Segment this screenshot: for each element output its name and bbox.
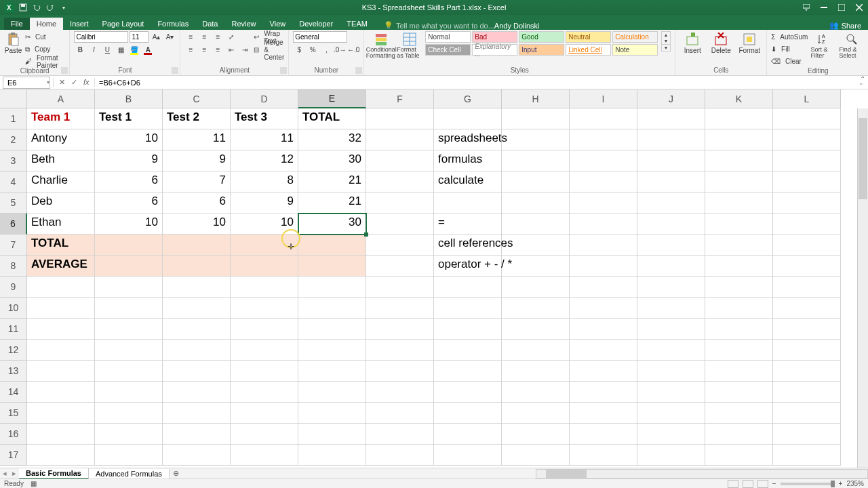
- cell-L13[interactable]: [773, 361, 841, 382]
- tab-review[interactable]: Review: [224, 18, 262, 30]
- cell-H9[interactable]: [502, 277, 570, 298]
- cell-B3[interactable]: 9: [95, 150, 163, 171]
- fill-handle[interactable]: [364, 232, 368, 237]
- sort-filter-button[interactable]: AZ Sort & Filter: [810, 31, 836, 59]
- horizontal-scrollbar[interactable]: [536, 469, 868, 479]
- cancel-formula-icon[interactable]: ✕: [56, 78, 67, 87]
- cell-E1[interactable]: TOTAL: [298, 108, 366, 129]
- cell-F5[interactable]: [366, 192, 434, 214]
- normal-view-icon[interactable]: [728, 480, 738, 488]
- cell-H16[interactable]: [502, 424, 570, 445]
- col-header-D[interactable]: D: [231, 89, 298, 108]
- row-header-6[interactable]: 6: [0, 214, 27, 235]
- select-all-corner[interactable]: [0, 89, 27, 108]
- align-middle-icon[interactable]: ≡: [198, 31, 210, 43]
- cell-I1[interactable]: [570, 108, 637, 129]
- col-header-L[interactable]: L: [773, 89, 841, 108]
- cell-C4[interactable]: 7: [163, 171, 231, 192]
- cell-I16[interactable]: [570, 424, 637, 445]
- cell-L7[interactable]: [773, 235, 841, 256]
- cell-H4[interactable]: [502, 171, 570, 192]
- font-color-button[interactable]: A: [142, 44, 154, 56]
- cell-H15[interactable]: [502, 403, 570, 424]
- autosum-button[interactable]: Σ AutoSum: [771, 31, 808, 43]
- style-input[interactable]: Input: [519, 44, 564, 56]
- cell-D3[interactable]: 12: [231, 150, 298, 171]
- tell-me-search[interactable]: 💡 Tell me what you want to do...: [384, 21, 494, 30]
- cell-I11[interactable]: [570, 319, 637, 340]
- new-sheet-icon[interactable]: ⊕: [170, 469, 183, 478]
- redo-icon[interactable]: [45, 2, 56, 13]
- cell-J17[interactable]: [637, 445, 705, 466]
- cell-F1[interactable]: [366, 108, 434, 129]
- styles-gallery[interactable]: Normal Bad Good Neutral Calculation Chec…: [425, 31, 658, 56]
- cell-K15[interactable]: [705, 403, 773, 424]
- cell-J6[interactable]: [637, 214, 705, 235]
- conditional-formatting-button[interactable]: Conditional Formatting: [368, 31, 394, 59]
- cell-F12[interactable]: [366, 340, 434, 361]
- cell-I7[interactable]: [570, 235, 637, 256]
- cell-D10[interactable]: [231, 298, 298, 319]
- row-header-16[interactable]: 16: [0, 424, 27, 445]
- cell-E9[interactable]: [298, 277, 366, 298]
- cell-D11[interactable]: [231, 319, 298, 340]
- row-header-17[interactable]: 17: [0, 445, 27, 466]
- cell-J9[interactable]: [637, 277, 705, 298]
- font-name-select[interactable]: [74, 31, 128, 43]
- styles-gallery-more[interactable]: ▴ ▾ ▾: [661, 31, 671, 52]
- number-launcher-icon[interactable]: [355, 67, 362, 74]
- cell-G14[interactable]: [434, 382, 502, 403]
- cell-L16[interactable]: [773, 424, 841, 445]
- scrollbar-thumb[interactable]: [859, 118, 867, 199]
- percent-format-icon[interactable]: %: [307, 44, 319, 56]
- cell-J5[interactable]: [637, 192, 705, 214]
- cell-C10[interactable]: [163, 298, 231, 319]
- zoom-in-icon[interactable]: +: [839, 480, 843, 487]
- cell-K5[interactable]: [705, 192, 773, 214]
- cell-K17[interactable]: [705, 445, 773, 466]
- cell-B1[interactable]: Test 1: [95, 108, 163, 129]
- cell-E3[interactable]: 30: [298, 150, 366, 171]
- cell-E5[interactable]: 21: [298, 192, 366, 214]
- cell-B17[interactable]: [95, 445, 163, 466]
- cell-C2[interactable]: 11: [163, 129, 231, 150]
- clear-button[interactable]: ⌫ Clear: [771, 56, 808, 67]
- style-normal[interactable]: Normal: [425, 31, 471, 43]
- cell-L5[interactable]: [773, 192, 841, 214]
- paste-button[interactable]: Paste: [4, 31, 22, 54]
- cell-B2[interactable]: 10: [95, 129, 163, 150]
- tab-home[interactable]: Home: [30, 18, 63, 30]
- format-cells-button[interactable]: Format: [736, 31, 762, 54]
- border-button[interactable]: ▦: [115, 44, 127, 56]
- cell-I14[interactable]: [570, 382, 637, 403]
- clipboard-launcher-icon[interactable]: [61, 67, 68, 74]
- tab-developer[interactable]: Developer: [292, 18, 340, 30]
- cell-E7[interactable]: [298, 235, 366, 256]
- cell-I13[interactable]: [570, 361, 637, 382]
- cell-D4[interactable]: 8: [231, 171, 298, 192]
- cell-E11[interactable]: [298, 319, 366, 340]
- cell-D2[interactable]: 11: [231, 129, 298, 150]
- increase-decimal-icon[interactable]: .0→: [334, 44, 346, 56]
- increase-font-icon[interactable]: A▴: [150, 31, 162, 43]
- cell-E16[interactable]: [298, 424, 366, 445]
- cell-H12[interactable]: [502, 340, 570, 361]
- cell-L4[interactable]: [773, 171, 841, 192]
- cell-J16[interactable]: [637, 424, 705, 445]
- cell-C13[interactable]: [163, 361, 231, 382]
- cell-D17[interactable]: [231, 445, 298, 466]
- cell-E10[interactable]: [298, 298, 366, 319]
- insert-cells-button[interactable]: Insert: [679, 31, 705, 54]
- cell-B12[interactable]: [95, 340, 163, 361]
- style-linked-cell[interactable]: Linked Cell: [566, 44, 611, 56]
- row-header-11[interactable]: 11: [0, 319, 27, 340]
- cell-G8[interactable]: operator + - / *: [434, 256, 502, 277]
- row-header-15[interactable]: 15: [0, 403, 27, 424]
- cell-grid[interactable]: Team 1Test 1Test 2Test 3TOTALAntony10111…: [27, 108, 857, 468]
- cell-E2[interactable]: 32: [298, 129, 366, 150]
- cell-H7[interactable]: [502, 235, 570, 256]
- comma-format-icon[interactable]: ,: [320, 44, 332, 56]
- cell-B6[interactable]: 10: [95, 214, 163, 235]
- col-header-G[interactable]: G: [434, 89, 502, 108]
- cell-A4[interactable]: Charlie: [27, 171, 95, 192]
